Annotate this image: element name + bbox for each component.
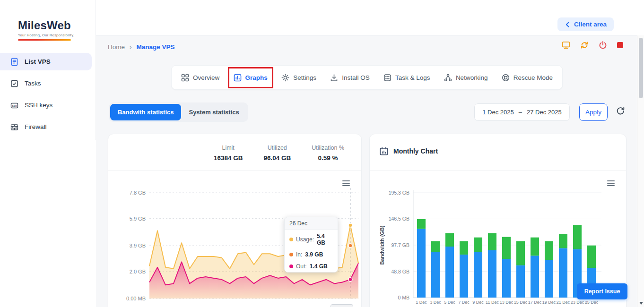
tasks-icon: [10, 79, 18, 88]
stat-utilized: Utilized 96.04 GB: [263, 145, 291, 162]
chevron-left-icon: [565, 21, 571, 28]
tab-label: Settings: [293, 74, 316, 81]
tooltip-row-usage: Usage: 5.4 GB: [285, 230, 338, 248]
tooltip-row-in: In: 3.9 GB: [285, 248, 338, 260]
statistics-subtabs: Bandwith statistics System statistics: [109, 102, 248, 122]
date-separator: –: [519, 109, 522, 116]
app-window: MilesWeb Your Hosting, Our Responsibilit…: [0, 0, 644, 307]
stat-limit: Limit 16384 GB: [214, 145, 243, 162]
bandwidth-statistics-card: Limit 16384 GB Utilized 96.04 GB Utiliza…: [108, 134, 362, 307]
brand-name: MilesWeb: [18, 19, 96, 32]
topbar: Client area: [96, 0, 637, 35]
power-icon[interactable]: [598, 41, 608, 50]
apply-button[interactable]: Apply: [579, 103, 608, 121]
scrollbar-thumb[interactable]: [639, 38, 643, 98]
page-scrollbar[interactable]: [637, 35, 644, 307]
sidebar-item-label: List VPS: [25, 58, 51, 65]
x-axis-highlight-label: 26 Dec: [331, 304, 353, 307]
calendar-chart-icon: [379, 146, 389, 156]
date-range-picker[interactable]: 1 Dec 2025 – 27 Dec 2025: [474, 103, 570, 121]
svg-text:3 Dec: 3 Dec: [430, 300, 441, 305]
tab-rescue-mode[interactable]: Rescue Mode: [502, 74, 553, 82]
graphs-icon: [234, 74, 242, 82]
card-divider: [370, 171, 626, 171]
monthly-chart-title: Monthly Chart: [379, 146, 438, 156]
svg-text:25 Dec: 25 Dec: [585, 300, 599, 305]
tab-settings[interactable]: Settings: [281, 74, 316, 82]
vps-tabbar: Overview Graphs Settings Install OS: [171, 65, 563, 90]
usage-dot: [289, 238, 293, 241]
tab-task-logs[interactable]: Task & Logs: [383, 74, 430, 82]
lifebuoy-icon: [502, 74, 510, 82]
tab-install-os[interactable]: Install OS: [330, 74, 370, 82]
download-icon: [330, 74, 338, 82]
stat-utilization: Utilization % 0.59 %: [312, 145, 344, 162]
svg-text:5.9 GB: 5.9 GB: [130, 216, 146, 222]
date-end: 27 Dec 2025: [527, 109, 562, 116]
sidebar-item-label: Tasks: [25, 80, 41, 87]
sidebar: MilesWeb Your Hosting, Our Responsibilit…: [0, 0, 96, 140]
sidebar-item-ssh-keys[interactable]: SSH SSH keys: [0, 96, 92, 114]
tab-label: Rescue Mode: [513, 74, 553, 81]
svg-text:146.5 GB: 146.5 GB: [389, 216, 409, 222]
ssh-keys-icon: SSH: [10, 101, 18, 110]
sidebar-item-list-vps[interactable]: List VPS: [0, 53, 92, 70]
brand-underline: [18, 39, 71, 41]
svg-text:97.7 GB: 97.7 GB: [391, 242, 409, 248]
bandwidth-stats: Limit 16384 GB Utilized 96.04 GB Utiliza…: [214, 145, 344, 162]
subtab-system-statistics[interactable]: System statistics: [181, 104, 246, 120]
sidebar-item-label: Firewall: [25, 123, 47, 130]
breadcrumb-current[interactable]: Manage VPS: [137, 43, 175, 51]
console-icon[interactable]: [561, 41, 571, 50]
svg-text:3.9 GB: 3.9 GB: [130, 243, 146, 248]
date-start: 1 Dec 2025: [482, 109, 514, 116]
report-issue-button[interactable]: Report Issue: [577, 283, 627, 299]
monthly-chart-card: Monthly Chart 195.3 GB146.5 GB97.7 GB48.…: [369, 134, 627, 307]
subtab-bandwidth-statistics[interactable]: Bandwith statistics: [110, 104, 181, 120]
main-content: Home › Manage VPS Overvie: [96, 35, 637, 307]
svg-text:0.00 MB: 0.00 MB: [126, 296, 146, 301]
monthly-chart-label: Monthly Chart: [393, 147, 438, 155]
tab-label: Task & Logs: [395, 74, 430, 81]
brand-logo[interactable]: MilesWeb Your Hosting, Our Responsibilit…: [0, 0, 96, 41]
refresh-icon[interactable]: [616, 106, 625, 115]
tooltip-date: 26 Dec: [285, 217, 338, 230]
in-dot: [289, 253, 293, 256]
breadcrumb-home[interactable]: Home: [108, 43, 125, 51]
gear-icon: [281, 74, 289, 82]
reboot-icon[interactable]: [580, 41, 589, 50]
svg-text:195.3 GB: 195.3 GB: [389, 190, 409, 196]
sidebar-item-firewall[interactable]: Firewall: [0, 118, 92, 136]
svg-text:7.8 GB: 7.8 GB: [130, 190, 146, 196]
svg-text:48.8 GB: 48.8 GB: [391, 269, 409, 274]
tab-label: Install OS: [342, 74, 370, 81]
svg-text:SSH: SSH: [12, 104, 17, 107]
vps-action-icons: [561, 41, 624, 50]
client-area-label: Client area: [574, 21, 607, 28]
tab-graphs[interactable]: Graphs: [234, 74, 268, 82]
stop-icon[interactable]: [617, 42, 624, 49]
sidebar-item-label: SSH keys: [25, 102, 52, 109]
tab-overview[interactable]: Overview: [181, 74, 219, 82]
tooltip-row-out: Out: 1.4 GB: [285, 260, 338, 272]
svg-text:1 Dec: 1 Dec: [416, 300, 427, 305]
svg-text:17 Dec: 17 Dec: [528, 300, 542, 305]
svg-text:19 Dec: 19 Dec: [542, 300, 556, 305]
breadcrumb: Home › Manage VPS: [108, 43, 175, 51]
sidebar-nav: List VPS Tasks SSH SSH keys Firewall: [0, 53, 96, 136]
tab-networking[interactable]: Networking: [444, 74, 488, 82]
svg-text:9 Dec: 9 Dec: [472, 300, 484, 305]
svg-text:0 MB: 0 MB: [398, 295, 409, 300]
task-logs-icon: [383, 74, 392, 82]
tab-label: Graphs: [245, 74, 268, 81]
overview-grid-icon: [181, 74, 189, 82]
svg-text:7 Dec: 7 Dec: [458, 300, 470, 305]
svg-text:21 Dec: 21 Dec: [557, 300, 570, 305]
sidebar-item-tasks[interactable]: Tasks: [0, 75, 92, 92]
svg-text:15 Dec: 15 Dec: [514, 300, 528, 305]
client-area-button[interactable]: Client area: [557, 17, 614, 31]
out-dot: [289, 264, 293, 268]
svg-text:23 Dec: 23 Dec: [571, 300, 584, 305]
scrollbar-down-arrow[interactable]: [639, 302, 643, 305]
tab-label: Networking: [456, 74, 488, 81]
